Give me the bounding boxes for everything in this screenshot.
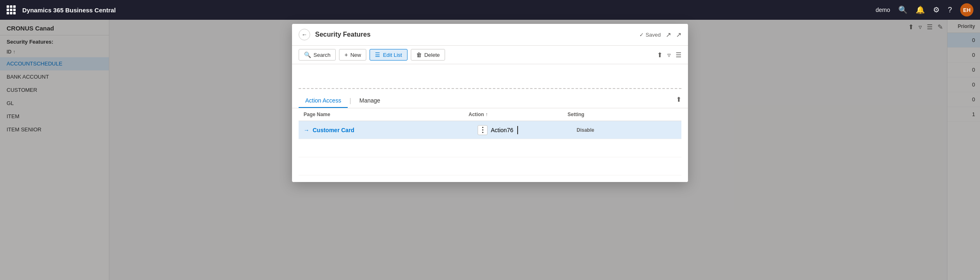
row-action-cell: Action76: [478, 125, 577, 135]
main-area: CRONUS Canad Security Features: ID ↑ ACC…: [0, 20, 980, 280]
table-row: → Customer Card Action76: [299, 121, 681, 139]
edit-list-label: Edit List: [383, 52, 402, 58]
app-launcher-icon[interactable]: [7, 5, 16, 14]
modal-back-button[interactable]: ←: [299, 29, 310, 40]
toolbar-right-icons: ⬆ ▿ ☰: [657, 51, 681, 59]
tab-separator: |: [348, 97, 353, 105]
help-icon[interactable]: ?: [948, 6, 952, 14]
modal-table: Page Name Action ↑ Setting →: [292, 108, 688, 182]
modal-toolbar: 🔍 Search + New ☰ Edit List 🗑 Delete ⬆: [292, 46, 688, 64]
table-header: Page Name Action ↑ Setting: [299, 108, 681, 121]
modal-tabs: Action Access | Manage ⬆: [292, 89, 688, 108]
user-avatar[interactable]: EH: [960, 3, 973, 16]
notification-icon[interactable]: 🔔: [916, 5, 925, 14]
plus-icon: +: [344, 51, 348, 58]
table-empty-row: [299, 139, 681, 157]
modal-body: Action Access | Manage ⬆ Page Name: [292, 64, 688, 182]
tab-share-icon[interactable]: ⬆: [676, 96, 681, 107]
col-setting: Setting: [568, 112, 676, 117]
col-action[interactable]: Action ↑: [469, 112, 568, 117]
modal-dialog: ← Security Features ✓ Saved ↗ ↗ 🔍 Search: [292, 24, 688, 182]
top-nav: Dynamics 365 Business Central demo 🔍 🔔 ⚙…: [0, 0, 980, 20]
modal-header: ← Security Features ✓ Saved ↗ ↗: [292, 24, 688, 46]
edit-list-button[interactable]: ☰ Edit List: [370, 49, 407, 61]
tab-action-access[interactable]: Action Access: [299, 94, 348, 108]
checkmark-icon: ✓: [639, 32, 644, 38]
toolbar-filter-icon[interactable]: ▿: [667, 51, 671, 59]
new-label: New: [350, 52, 361, 58]
saved-label: Saved: [645, 32, 661, 38]
search-nav-icon[interactable]: 🔍: [898, 5, 907, 14]
search-label: Search: [313, 52, 330, 58]
settings-icon[interactable]: ⚙: [933, 5, 940, 14]
delete-icon: 🗑: [416, 51, 422, 58]
toolbar-share-icon[interactable]: ⬆: [657, 51, 662, 59]
search-icon: 🔍: [304, 51, 311, 58]
top-nav-right: demo 🔍 🔔 ⚙ ? EH: [876, 3, 973, 16]
col-page-name: Page Name: [304, 112, 469, 117]
table-empty-row-2: [299, 157, 681, 175]
filter-area: [299, 64, 681, 89]
search-button[interactable]: 🔍 Search: [299, 49, 336, 61]
delete-button[interactable]: 🗑 Delete: [411, 49, 445, 61]
row-action-value: Action76: [491, 127, 513, 133]
app-title: Dynamics 365 Business Central: [22, 7, 869, 14]
saved-status: ✓ Saved: [639, 32, 661, 38]
open-in-new-icon[interactable]: ↗: [666, 31, 671, 39]
edit-list-icon: ☰: [375, 51, 380, 58]
modal-header-icons: ↗ ↗: [666, 31, 681, 39]
row-arrow-icon: →: [304, 127, 309, 133]
modal-title: Security Features: [315, 31, 634, 38]
row-page-name: Customer Card: [313, 127, 478, 133]
row-setting-value: Disable: [577, 127, 676, 133]
user-name: demo: [876, 7, 890, 13]
tab-manage[interactable]: Manage: [353, 94, 387, 108]
customer-card-link[interactable]: Customer Card: [313, 127, 354, 133]
modal-overlay: ← Security Features ✓ Saved ↗ ↗ 🔍 Search: [0, 20, 980, 280]
new-button[interactable]: + New: [339, 49, 366, 61]
row-action-menu[interactable]: [478, 125, 488, 135]
expand-icon[interactable]: ↗: [676, 31, 681, 39]
text-cursor: [517, 126, 523, 134]
toolbar-list-icon[interactable]: ☰: [676, 51, 681, 59]
delete-label: Delete: [424, 52, 440, 58]
